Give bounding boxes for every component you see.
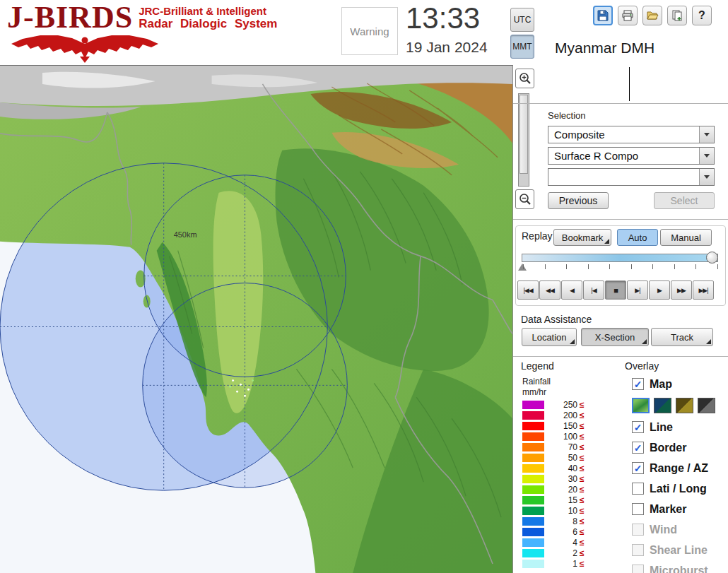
stop-button[interactable]: ■: [605, 280, 626, 300]
overlay-label: Map: [650, 378, 672, 391]
line-checkbox[interactable]: [632, 421, 644, 433]
play-button[interactable]: ▶: [649, 280, 670, 300]
legend-color-swatch: [522, 507, 544, 515]
legend-color-swatch: [522, 560, 544, 568]
legend-row: 6≤: [522, 526, 585, 537]
map-style-dark-gray[interactable]: [698, 398, 715, 413]
legend-le-symbol: ≤: [580, 400, 585, 410]
fast-rewind-button[interactable]: ◀◀: [539, 280, 560, 300]
save-button[interactable]: [593, 6, 613, 25]
map-canvas[interactable]: 450km: [0, 65, 513, 573]
utc-button[interactable]: UTC: [510, 8, 534, 32]
separator: [513, 103, 728, 104]
replay-mode-manual-button[interactable]: Manual: [660, 229, 712, 246]
overlay-label: Microburst: [650, 565, 708, 573]
overlay-label: Range / AZ: [650, 462, 708, 475]
replay-mode-auto-button[interactable]: Auto: [617, 229, 658, 246]
help-button[interactable]: ?: [692, 6, 712, 25]
marker-checkbox[interactable]: [632, 503, 644, 515]
logo-title: J-BIRDS: [7, 1, 133, 34]
zoom-scrollbar[interactable]: [518, 93, 529, 187]
legend-row: 30≤: [522, 473, 585, 484]
separator: [513, 356, 728, 357]
chevron-down-icon[interactable]: [699, 126, 714, 143]
legend-row: 4≤: [522, 537, 585, 548]
mmt-button[interactable]: MMT: [510, 35, 534, 59]
legend-color-swatch: [522, 422, 544, 430]
fast-forward-button[interactable]: ▶▶: [671, 280, 692, 300]
open-folder-button[interactable]: [642, 6, 662, 25]
step-back-button[interactable]: |◀: [583, 280, 604, 300]
legend-le-symbol: ≤: [580, 559, 585, 569]
jbirds-app: J-BIRDS JRC-Brilliant & Intelligent Rada…: [0, 0, 728, 573]
track-button[interactable]: Track: [651, 328, 713, 346]
legend-color-swatch: [522, 485, 544, 494]
timezone-toggle: UTC MMT: [510, 8, 534, 61]
legend-color-swatch: [522, 443, 544, 451]
dropdown-value: [548, 169, 699, 185]
legend-row: 40≤: [522, 463, 585, 473]
x-section-button[interactable]: X-Section: [581, 328, 649, 346]
select-button[interactable]: Select: [654, 192, 715, 209]
step-forward-button[interactable]: ▶|: [627, 280, 648, 300]
legend-row: 150≤: [522, 420, 585, 431]
legend-value: 250: [544, 400, 580, 410]
map-checkbox[interactable]: [632, 378, 644, 390]
range-az-checkbox[interactable]: [632, 462, 644, 474]
separator: [513, 219, 728, 220]
legend-row: 10≤: [522, 505, 585, 516]
zoom-out-button[interactable]: [515, 189, 534, 209]
lati-long-checkbox[interactable]: [632, 483, 644, 495]
replay-slider-handle[interactable]: [706, 252, 718, 264]
toolbar: ?: [593, 6, 712, 25]
print-button[interactable]: [618, 6, 638, 25]
slider-ticks: [523, 264, 718, 269]
dropdown-value: Composite: [548, 126, 699, 143]
legend-value: 150: [544, 421, 580, 431]
overlay-label: Border: [650, 442, 686, 454]
option-dropdown[interactable]: [548, 168, 715, 186]
logo-subtitle-2: Radar Dialogic System: [139, 17, 277, 30]
help-icon: ?: [698, 9, 705, 22]
zoom-in-button[interactable]: [515, 69, 534, 88]
legend-color-swatch: [522, 432, 544, 441]
map-style-dark-blue[interactable]: [654, 398, 671, 413]
legend-row: 2≤: [522, 548, 585, 558]
map-style-olive[interactable]: [676, 398, 693, 413]
overlay-label: Shear Line: [650, 544, 708, 557]
legend-value: 70: [544, 442, 580, 452]
previous-button[interactable]: Previous: [548, 192, 609, 209]
border-checkbox[interactable]: [632, 442, 644, 454]
legend-color-swatch: [522, 517, 544, 526]
skip-to-end-button[interactable]: ▶▶|: [693, 280, 714, 300]
org-title: Myanmar DMH: [555, 40, 654, 57]
overlay-title: Overlay: [625, 360, 659, 372]
product-dropdown[interactable]: Surface R Compo: [548, 147, 715, 165]
overlay-item-microburst: Microburst: [632, 560, 728, 573]
chevron-down-icon[interactable]: [699, 169, 714, 185]
zoom-scrollbar-thumb[interactable]: [519, 95, 528, 174]
legend-row: 15≤: [522, 495, 585, 505]
print-icon: [621, 9, 634, 22]
composite-dropdown[interactable]: Composite: [548, 126, 715, 143]
replay-slider-track[interactable]: [522, 254, 718, 262]
chevron-down-icon[interactable]: [699, 148, 714, 164]
warning-label: Warning: [350, 25, 389, 37]
warning-panel[interactable]: Warning: [341, 7, 398, 55]
legend-row: 1≤: [522, 558, 585, 569]
replay-mode-bookmark-button[interactable]: Bookmark: [553, 229, 611, 246]
skip-to-start-button[interactable]: |◀◀: [517, 280, 539, 300]
location-button[interactable]: Location: [522, 328, 577, 346]
legend-title: Legend: [521, 360, 554, 372]
export-button[interactable]: [667, 6, 687, 25]
map-style-terrain[interactable]: [632, 398, 650, 413]
overlay-checkbox-list: MapLineBorderRange / AZLati / LongMarker…: [632, 374, 728, 573]
legend-color-swatch: [522, 401, 544, 409]
play-reverse-button[interactable]: ◀: [561, 280, 582, 300]
legend-color-swatch: [522, 538, 544, 547]
legend-color-swatch: [522, 496, 544, 504]
save-icon: [597, 9, 609, 22]
shear-line-checkbox: [632, 544, 644, 556]
overlay-item-wind: Wind: [632, 519, 728, 540]
overlay-label: Lati / Long: [650, 483, 707, 495]
